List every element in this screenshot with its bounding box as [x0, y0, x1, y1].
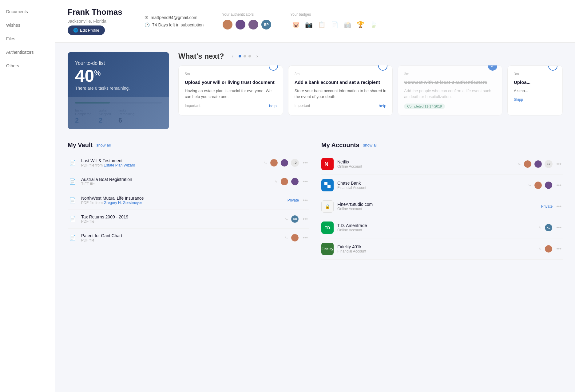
task-skip-4[interactable]: Skipp: [514, 97, 523, 102]
vault-share-icon-1[interactable]: ⤷: [264, 160, 268, 165]
carousel-controls: ‹ ›: [229, 53, 261, 60]
carousel-dot-3[interactable]: [248, 55, 251, 57]
sidebar-item-files[interactable]: Files: [0, 33, 55, 44]
account-avatar-cb: [545, 181, 553, 189]
account-dots-netflix[interactable]: •••: [555, 161, 563, 167]
authenticator-avatar-3[interactable]: [248, 19, 259, 30]
main-content: Frank Thomas Jacksonville, Florida 🌐 Edi…: [55, 0, 575, 392]
account-name-fidelity: Fidelity 401k: [337, 244, 535, 249]
vault-link-1[interactable]: Estate Plan Wizard: [104, 163, 135, 167]
task-help-2[interactable]: help: [379, 104, 387, 108]
account-dots-tdameritrade[interactable]: •••: [555, 225, 563, 230]
task-circle-4[interactable]: [548, 65, 557, 71]
completed-badge-3: Completed 11-17-2019: [404, 104, 445, 109]
account-actions-fidelity: ⤷ •••: [538, 245, 563, 253]
vault-actions-5: ⤷ •••: [285, 234, 309, 242]
task-circle-2[interactable]: [378, 65, 387, 71]
vault-info-4: Tax Returns 2009 - 2019 PDF file: [81, 214, 281, 224]
account-dots-fidelity[interactable]: •••: [555, 246, 563, 252]
authenticators-label: Your authenticators: [222, 12, 272, 17]
account-dots-fineart[interactable]: •••: [555, 204, 563, 209]
vault-name-4: Tax Returns 2009 - 2019: [81, 214, 281, 219]
vault-name-3: NorthWest Mutual Life Insurance: [81, 196, 284, 201]
authenticator-avatar-2[interactable]: [235, 19, 246, 30]
sidebar-item-authenticators[interactable]: Authenticators: [0, 47, 55, 58]
vault-sub-4: PDF file: [81, 219, 281, 224]
account-logo-fidelity: Fidelity: [321, 243, 334, 255]
task-help-1[interactable]: help: [269, 104, 277, 108]
account-share-fidelity[interactable]: ⤷: [538, 246, 542, 251]
account-item-netflix: N Netflix Online Account ⤷ +2 •••: [321, 154, 563, 175]
subscription-row: 🕐 74 Days left in subscription: [145, 22, 204, 27]
accounts-show-all[interactable]: show all: [363, 143, 378, 147]
account-logo-fineart: 🔒: [321, 200, 334, 213]
carousel-dot-2[interactable]: [244, 55, 246, 57]
badge-piggy: 🐷: [290, 19, 301, 30]
svg-text:N: N: [324, 161, 328, 167]
authenticators-avatars: BP: [222, 19, 272, 30]
carousel-next[interactable]: ›: [253, 53, 261, 60]
vault-info-1: Last Will & Testament PDF file from Esta…: [81, 158, 260, 167]
account-share-tdameritrade[interactable]: ⤷: [538, 225, 542, 230]
account-private-fineart[interactable]: Private: [541, 204, 553, 209]
carousel-prev[interactable]: ‹: [229, 53, 236, 60]
badge-doc: 📄: [329, 19, 340, 30]
vault-link-3[interactable]: Gregory H. Gerstmeyer: [104, 201, 142, 205]
vault-avatar-2b: [291, 178, 299, 186]
account-info-fidelity: Fidelity 401k Financial Account: [337, 244, 535, 253]
account-share-chase[interactable]: ⤷: [528, 183, 532, 188]
account-item-fineart: 🔒 FineArtStudio.com Online Account Priva…: [321, 196, 563, 217]
task-circle-1[interactable]: [269, 65, 278, 71]
vault-info-2: Australia Boat Registration TIFF file: [81, 177, 271, 186]
account-info-fineart: FineArtStudio.com Online Account: [337, 202, 537, 211]
badge-trophy: 🏆: [355, 19, 366, 30]
account-name-tdameritrade: T.D. Ameritrade: [337, 223, 535, 228]
vault-info-3: NorthWest Mutual Life Insurance PDF file…: [81, 196, 284, 205]
sidebar-item-documents[interactable]: Documents: [0, 6, 55, 17]
subscription-value: 74 Days left in subscription: [152, 22, 204, 27]
vault-item-5: 📄 Patent for Gant Chart PDF file ⤷ •••: [68, 229, 309, 247]
accounts-section: My Accounts show all N Netflix Online Ac…: [321, 142, 563, 260]
account-info-tdameritrade: T.D. Ameritrade Online Account: [337, 223, 535, 232]
vault-dots-2[interactable]: •••: [301, 179, 309, 184]
carousel-dot-1[interactable]: [239, 55, 241, 57]
account-actions-tdameritrade: ⤷ KC •••: [538, 224, 563, 232]
authenticator-avatar-4[interactable]: BP: [261, 19, 272, 30]
account-type-chase: Financial Account: [337, 186, 524, 190]
todo-card: Your to-do list 40% There are 6 tasks re…: [68, 52, 169, 129]
vault-icon-4: 📄: [68, 214, 77, 224]
vault-dots-1[interactable]: •••: [301, 160, 309, 166]
account-logo-tdameritrade: TD: [321, 221, 334, 234]
vault-dots-3[interactable]: •••: [301, 198, 309, 203]
account-dots-chase[interactable]: •••: [555, 182, 563, 188]
badges-label: Your badges: [290, 12, 379, 17]
task-cards-container: 5m Upload your will or living trust docu…: [178, 65, 563, 116]
todo-content: Your to-do list 40% There are 6 tasks re…: [68, 52, 169, 97]
profile-info: Frank Thomas Jacksonville, Florida 🌐 Edi…: [68, 7, 129, 35]
task-time-3: 3m: [404, 72, 496, 76]
vault-item-1: 📄 Last Will & Testament PDF file from Es…: [68, 154, 309, 172]
vault-show-all[interactable]: show all: [96, 143, 111, 147]
sidebar-item-wishes[interactable]: Wishes: [0, 20, 55, 31]
vault-sub-3: PDF file from Gregory H. Gerstmeyer: [81, 201, 284, 205]
account-type-netflix: Online Account: [337, 164, 514, 169]
edit-profile-button[interactable]: 🌐 Edit Profile: [68, 25, 105, 35]
vault-actions-3: Private •••: [288, 198, 309, 203]
account-avatar-nb: [534, 160, 542, 168]
vault-dots-5[interactable]: •••: [301, 235, 309, 241]
account-type-fidelity: Financial Account: [337, 249, 535, 253]
vault-private-3[interactable]: Private: [288, 198, 299, 202]
vault-icon-1: 📄: [68, 158, 77, 168]
vault-share-icon-5[interactable]: ⤷: [285, 235, 288, 240]
sidebar-item-others[interactable]: Others: [0, 60, 55, 71]
vault-share-icon-2[interactable]: ⤷: [274, 179, 278, 184]
account-name-netflix: Netflix: [337, 159, 514, 164]
vault-avatar-5a: [291, 234, 299, 242]
vault-dots-4[interactable]: •••: [301, 216, 309, 222]
task-footer-2: Important help: [295, 104, 387, 108]
account-share-netflix[interactable]: ⤷: [518, 162, 521, 167]
account-actions-fineart: Private •••: [541, 204, 563, 209]
account-info-netflix: Netflix Online Account: [337, 159, 514, 169]
authenticator-avatar-1[interactable]: [222, 19, 233, 30]
vault-share-icon-4[interactable]: ⤷: [285, 217, 288, 221]
